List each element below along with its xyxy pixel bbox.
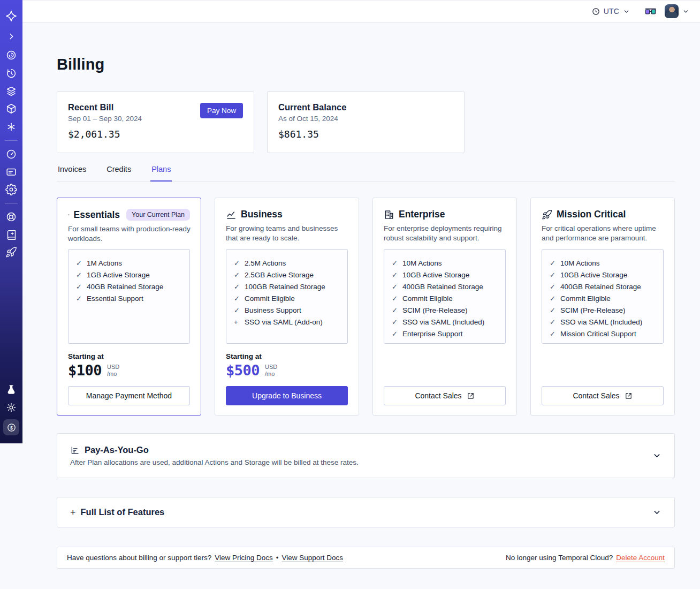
tab-credits[interactable]: Credits	[105, 165, 132, 181]
sidebar-item-nexus[interactable]	[0, 120, 22, 133]
separator-dot: •	[276, 554, 279, 562]
plan-feature: ✓400GB Retained Storage	[392, 281, 498, 293]
pay-now-button[interactable]: Pay Now	[200, 103, 243, 118]
sidebar-item-getting-started[interactable]	[0, 246, 22, 259]
view-pricing-docs-link[interactable]: View Pricing Docs	[215, 554, 273, 562]
check-icon: ✓	[76, 258, 87, 269]
billing-tabs: Invoices Credits Plans	[57, 165, 675, 182]
plan-feature: ✓Commit Eligible	[234, 293, 340, 305]
feature-text: Enterprise Support	[402, 328, 463, 340]
plan-card-business: Business For growing teams and businesse…	[215, 198, 359, 416]
expand-sidebar-button[interactable]	[0, 30, 22, 43]
feature-text: 400GB Retained Storage	[402, 281, 483, 293]
feature-text: Commit Eligible	[560, 293, 611, 305]
feature-text: Commit Eligible	[245, 293, 295, 305]
plan-description: For critical operations where uptime and…	[542, 224, 665, 243]
plan-feature: ✓SCIM (Pre-Release)	[392, 305, 498, 316]
timezone-label: UTC	[604, 7, 619, 16]
view-support-docs-link[interactable]: View Support Docs	[281, 554, 343, 562]
feature-text: Mission Critical Support	[560, 328, 636, 340]
plan-feature: ✓100GB Retained Storage	[234, 281, 340, 293]
payg-accordion[interactable]: Pay-As-You-Go After Plan allocations are…	[57, 433, 675, 478]
sidebar-item-labs[interactable]	[0, 383, 22, 396]
logo-star-icon	[5, 10, 18, 22]
sidebar-item-usage[interactable]	[0, 148, 22, 161]
current-balance-amount: $861.35	[278, 129, 453, 140]
feature-text: Business Support	[245, 305, 301, 316]
feature-text: 40GB Retained Storage	[87, 281, 163, 293]
clock-icon	[592, 7, 600, 16]
recent-bill-amount: $2,061.35	[68, 129, 243, 140]
currency-label: USD	[265, 364, 277, 371]
check-icon: ✓	[392, 305, 402, 316]
check-icon: ✓	[76, 293, 87, 305]
plan-feature: ✓2.5M Actions	[234, 258, 340, 269]
rocket-icon	[542, 209, 552, 220]
check-icon: ✓	[392, 269, 402, 281]
sidebar: $	[0, 0, 22, 443]
cube-icon	[5, 103, 17, 115]
sidebar-item-billing[interactable]	[0, 165, 22, 178]
check-icon: ✓	[392, 281, 402, 293]
3d-glasses-icon	[645, 7, 656, 16]
page-title: Billing	[57, 55, 675, 73]
sidebar-item-docs[interactable]	[0, 228, 22, 241]
contact-sales-label: Contact Sales	[415, 391, 461, 400]
plan-feature: ✓SSO via SAML (Included)	[392, 316, 498, 328]
sidebar-item-deployments[interactable]	[0, 102, 22, 115]
tab-plans[interactable]: Plans	[150, 165, 172, 182]
feature-text: 10M Actions	[402, 258, 442, 269]
dollar-badge-icon: $	[6, 422, 17, 433]
sidebar-divider	[5, 203, 18, 204]
external-link-icon	[625, 392, 633, 400]
contact-sales-label: Contact Sales	[573, 391, 619, 400]
sidebar-item-namespaces[interactable]	[0, 49, 22, 62]
sidebar-item-stack[interactable]	[0, 85, 22, 97]
sidebar-item-settings[interactable]	[0, 183, 22, 196]
check-icon: ✓	[234, 269, 245, 281]
chart-line-icon	[226, 209, 237, 220]
plan-feature: ✓40GB Retained Storage	[76, 281, 182, 293]
timezone-selector[interactable]: UTC	[592, 7, 630, 16]
plan-name: Essentials	[74, 209, 120, 221]
3d-view-button[interactable]	[645, 7, 656, 16]
delete-account-link[interactable]: Delete Account	[616, 554, 665, 562]
flask-icon	[6, 384, 17, 395]
sidebar-item-billing-active[interactable]: $	[3, 419, 19, 435]
plan-feature: ✓1M Actions	[76, 258, 182, 269]
plan-feature: ✓10M Actions	[550, 258, 656, 269]
starting-at-label: Starting at	[226, 352, 262, 360]
plan-feature: ✓10M Actions	[392, 258, 498, 269]
plan-feature: ✓1GB Active Storage	[76, 269, 182, 281]
plan-card-mission-critical: Mission Critical For critical operations…	[530, 198, 675, 416]
check-icon: ✓	[392, 316, 402, 328]
contact-sales-button[interactable]: Contact Sales	[542, 386, 664, 405]
per-label: /mo	[107, 371, 119, 377]
current-balance-title: Current Balance	[278, 102, 453, 112]
theme-toggle[interactable]	[0, 401, 22, 414]
temporal-logo-icon[interactable]	[0, 10, 22, 22]
check-icon: ✓	[550, 328, 560, 340]
manage-payment-method-button[interactable]: Manage Payment Method	[68, 386, 190, 405]
account-menu-button[interactable]	[682, 8, 689, 15]
tab-invoices[interactable]: Invoices	[57, 165, 87, 181]
gear-icon	[5, 184, 17, 195]
check-icon: ✓	[234, 305, 245, 316]
building-icon	[384, 209, 394, 220]
full-features-accordion[interactable]: + Full List of Features	[57, 497, 675, 527]
svg-text:$: $	[10, 425, 12, 430]
chevron-right-icon	[7, 32, 16, 41]
plan-card-enterprise: Enterprise For enterprise deployments re…	[372, 198, 517, 416]
plan-features-box: ✓2.5M Actions ✓2.5GB Active Storage ✓100…	[226, 249, 348, 344]
check-icon: ✓	[234, 293, 245, 305]
check-icon: ✓	[550, 281, 560, 293]
plan-feature: ✓Commit Eligible	[392, 293, 498, 305]
sidebar-item-support[interactable]	[0, 210, 22, 223]
check-icon: ✓	[76, 281, 87, 293]
user-avatar[interactable]	[665, 4, 679, 18]
no-longer-using-text: No longer using Temporal Cloud?	[506, 554, 613, 562]
sidebar-item-schedules[interactable]	[0, 67, 22, 80]
upgrade-to-business-button[interactable]: Upgrade to Business	[226, 386, 348, 405]
plan-feature: ✓10GB Active Storage	[550, 269, 656, 281]
contact-sales-button[interactable]: Contact Sales	[384, 386, 506, 405]
